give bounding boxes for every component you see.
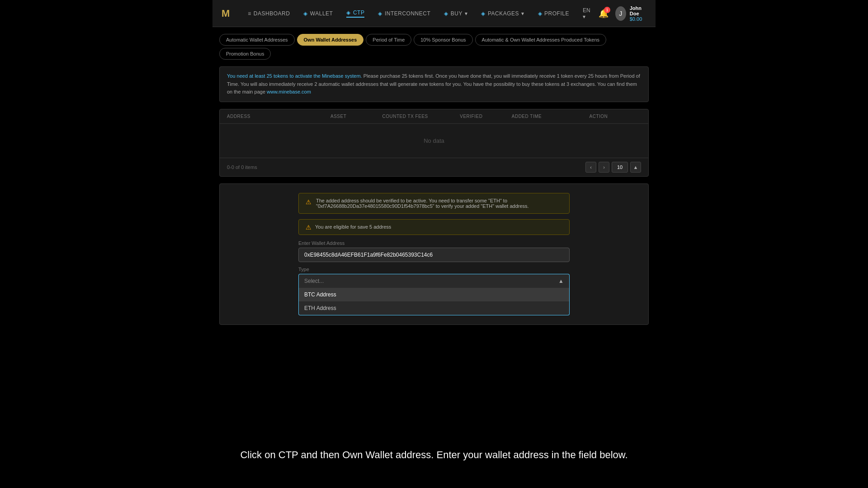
tab-automatic-wallet[interactable]: Automatic Wallet Addresses — [219, 34, 295, 46]
user-menu[interactable]: J John Doe $0.00 — [615, 5, 646, 22]
dropdown-btc[interactable]: BTC Address — [299, 288, 569, 301]
type-label: Type — [298, 267, 570, 272]
notification-badge: 1 — [604, 7, 610, 13]
table-footer: 0-0 of 0 items ‹ › ▲ — [220, 158, 648, 176]
packages-icon: ◈ — [481, 10, 486, 17]
pagination-info: 0-0 of 0 items — [227, 164, 257, 170]
tab-bar: Automatic Wallet Addresses Own Wallet Ad… — [219, 34, 649, 60]
wallet-address-label: Enter Wallet Address — [298, 240, 570, 246]
user-info: John Doe $0.00 — [630, 5, 646, 22]
col-added-time: ADDED TIME — [512, 114, 590, 119]
next-page-button[interactable]: › — [599, 162, 609, 173]
eligible-box: ⚠ You are eligible for save 5 address — [298, 219, 570, 235]
nav-packages[interactable]: ◈ PACKAGES ▾ — [481, 10, 524, 17]
top-navigation: M ≡ DASHBOARD ◈ WALLET ◈ CTP ◈ INTERCONN… — [212, 0, 656, 27]
wallet-icon: ◈ — [303, 10, 308, 17]
dropdown-eth[interactable]: ETH Address — [299, 301, 569, 315]
user-balance: $0.00 — [630, 16, 646, 22]
profile-icon: ◈ — [538, 10, 542, 17]
language-selector[interactable]: EN ▾ — [583, 7, 592, 20]
col-asset: ASSET — [330, 114, 382, 119]
buy-chevron-icon: ▾ — [465, 10, 468, 17]
nav-wallet[interactable]: ◈ WALLET — [303, 10, 333, 17]
select-placeholder: Select... — [304, 278, 324, 284]
wallet-address-group: Enter Wallet Address — [298, 240, 570, 262]
col-address: ADDRESS — [227, 114, 330, 119]
table-no-data: No data — [220, 124, 648, 158]
bottom-instruction: Click on CTP and then Own Wallet address… — [0, 449, 868, 461]
buy-icon: ◈ — [444, 10, 448, 17]
dashboard-icon: ≡ — [248, 10, 251, 17]
logo: M — [222, 8, 230, 19]
nav-profile[interactable]: ◈ PROFILE — [538, 10, 569, 17]
add-wallet-form: ⚠ The added address should be verified t… — [219, 183, 649, 325]
prev-page-button[interactable]: ‹ — [585, 162, 596, 173]
tab-sponsor-bonus[interactable]: 10% Sponsor Bonus — [414, 34, 472, 46]
select-chevron-icon: ▲ — [558, 278, 564, 284]
nav-interconnect[interactable]: ◈ INTERCONNECT — [378, 10, 430, 17]
ctp-icon: ◈ — [346, 9, 351, 16]
page-size-up-button[interactable]: ▲ — [630, 162, 641, 173]
type-dropdown: BTC Address ETH Address — [298, 288, 570, 315]
tab-own-wallet[interactable]: Own Wallet Addresses — [297, 34, 364, 46]
banner-link[interactable]: www.minebase.com — [267, 89, 311, 94]
interconnect-icon: ◈ — [378, 10, 382, 17]
avatar: J — [615, 6, 626, 21]
info-banner: You need at least 25 tokens to activate … — [219, 66, 649, 102]
page-size-input[interactable] — [612, 162, 628, 173]
nav-ctp[interactable]: ◈ CTP — [346, 9, 364, 18]
user-name: John Doe — [630, 5, 646, 16]
nav-buy[interactable]: ◈ BUY ▾ — [444, 10, 467, 17]
nav-right-area: EN ▾ 🔔 1 J John Doe $0.00 — [583, 5, 646, 22]
col-counted-tx: COUNTED TX FEES — [382, 114, 460, 119]
table-header: ADDRESS ASSET COUNTED TX FEES VERIFIED A… — [220, 109, 648, 124]
notifications-button[interactable]: 🔔 1 — [599, 9, 609, 19]
warning-box: ⚠ The added address should be verified t… — [298, 193, 570, 214]
nav-dashboard[interactable]: ≡ DASHBOARD — [248, 10, 290, 17]
wallet-address-input[interactable] — [298, 248, 570, 262]
lang-chevron-icon: ▾ — [583, 14, 585, 20]
eligible-text: You are eligible for save 5 address — [315, 224, 391, 230]
banner-highlight: You need at least 25 tokens to activate … — [227, 73, 362, 79]
col-action: ACTION — [590, 114, 642, 119]
pagination-controls: ‹ › ▲ — [585, 162, 641, 173]
packages-chevron-icon: ▾ — [521, 10, 524, 17]
warning-triangle-icon: ⚠ — [306, 198, 311, 206]
warning-text: The added address should be verified to … — [316, 198, 562, 209]
tab-promotion-bonus[interactable]: Promotion Bonus — [219, 48, 271, 60]
type-select-button[interactable]: Select... ▲ — [298, 274, 570, 288]
data-table: ADDRESS ASSET COUNTED TX FEES VERIFIED A… — [219, 109, 649, 177]
main-container: Automatic Wallet Addresses Own Wallet Ad… — [212, 27, 656, 332]
tab-period-of-time[interactable]: Period of Time — [366, 34, 411, 46]
eligible-warning-icon: ⚠ — [306, 224, 311, 231]
type-select-container: Select... ▲ BTC Address ETH Address — [298, 274, 570, 315]
tab-produced-tokens[interactable]: Automatic & Own Wallet Addresses Produce… — [475, 34, 606, 46]
page-wrapper: M ≡ DASHBOARD ◈ WALLET ◈ CTP ◈ INTERCONN… — [0, 0, 868, 488]
col-verified: VERIFIED — [460, 114, 512, 119]
